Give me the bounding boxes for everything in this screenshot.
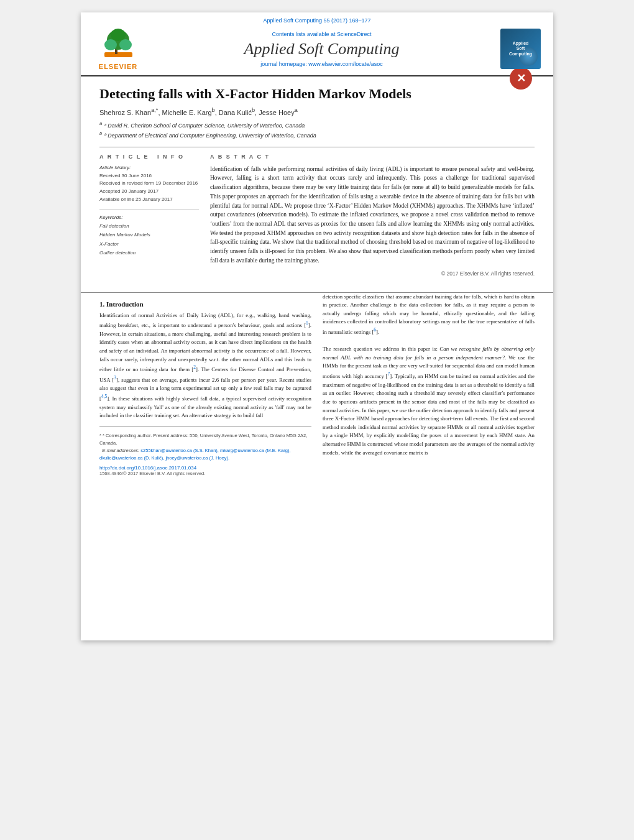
ref-7: 7 xyxy=(387,371,390,377)
body-content: 1. Introduction Identification of normal… xyxy=(81,292,553,486)
crossmark: ✕ xyxy=(510,67,535,90)
abstract-section: A B S T R A C T Identification of falls … xyxy=(210,154,535,277)
doi-line: http://dx.doi.org/10.1016/j.asoc.2017.01… xyxy=(99,465,311,471)
ref-3: 3 xyxy=(114,375,116,381)
ref-2: 2 xyxy=(193,364,196,370)
revised-date: Received in revised form 19 December 201… xyxy=(99,180,199,188)
available-date: Available online 25 January 2017 xyxy=(99,196,199,204)
affil-a: a ᵃ David R. Cheriton School of Computer… xyxy=(99,122,305,129)
email-label: E-mail addresses: xyxy=(102,448,139,453)
article-content: ✕ Detecting falls with X-Factor Hidden M… xyxy=(81,76,553,286)
elsevier-logo: ELSEVIER xyxy=(93,27,143,70)
svg-rect-0 xyxy=(104,52,132,57)
article-history: Article history: Received 30 June 2016 R… xyxy=(99,165,199,210)
ref-6: 6 xyxy=(374,327,376,333)
body-two-col: 1. Introduction Identification of normal… xyxy=(99,293,535,476)
journal-citation: Applied Soft Computing 55 (2017) 168–177 xyxy=(93,17,541,24)
svg-point-3 xyxy=(104,39,117,50)
journal-logo-right: AppliedSoftComputing xyxy=(500,29,541,69)
email-footnote: E-mail addresses: s255khan@uwaterloo.ca … xyxy=(99,447,311,462)
crossmark-icon: ✕ xyxy=(510,67,532,90)
article-info: A R T I C L E I N F O Article history: R… xyxy=(99,154,199,277)
ref-4-5: 4,5 xyxy=(101,394,107,399)
intro-left-text: Identification of normal Activities of D… xyxy=(99,312,311,420)
intro-right-text: detection specific classifiers that assu… xyxy=(323,293,535,458)
footnote-section: * * Corresponding author. Present addres… xyxy=(99,427,311,476)
body-right-col: detection specific classifiers that assu… xyxy=(323,293,535,476)
journal-header: Applied Soft Computing 55 (2017) 168–177… xyxy=(81,12,553,76)
svg-point-5 xyxy=(111,29,126,41)
svg-point-4 xyxy=(119,39,132,50)
sup-a2: a xyxy=(295,107,298,113)
received-date: Received 30 June 2016 xyxy=(99,172,199,180)
article-authors: Shehroz S. Khana,*, Michelle E. Kargb, D… xyxy=(99,107,535,116)
article-title: Detecting falls with X-Factor Hidden Mar… xyxy=(99,86,535,102)
logo-text: AppliedSoftComputing xyxy=(509,41,532,57)
sup-b2: b xyxy=(252,107,255,113)
history-label: Article history: xyxy=(99,165,199,170)
page: Applied Soft Computing 55 (2017) 168–177… xyxy=(81,12,553,640)
issn-line: 1568-4946/© 2017 Elsevier B.V. All right… xyxy=(99,471,311,476)
abstract-text: Identification of falls while performing… xyxy=(210,165,535,265)
journal-banner: ELSEVIER Contents lists available at Sci… xyxy=(93,27,541,70)
affil-b: b ᵇ Department of Electrical and Compute… xyxy=(99,132,316,139)
affiliations: a ᵃ David R. Cheriton School of Computer… xyxy=(99,120,535,141)
copyright: © 2017 Elsevier B.V. All rights reserved… xyxy=(210,270,535,277)
journal-center: Contents lists available at ScienceDirec… xyxy=(143,31,500,67)
body-left-col: 1. Introduction Identification of normal… xyxy=(99,293,311,476)
elsevier-text: ELSEVIER xyxy=(99,63,137,70)
info-abstract-section: A R T I C L E I N F O Article history: R… xyxy=(99,147,535,277)
keywords-list: Fall detectionHidden Markov ModelsX-Fact… xyxy=(99,222,199,258)
article-info-label: A R T I C L E I N F O xyxy=(99,154,199,160)
journal-homepage: journal homepage: www.elsevier.com/locat… xyxy=(149,61,494,67)
corresponding-footnote: * * Corresponding author. Present addres… xyxy=(99,432,311,447)
accepted-date: Accepted 20 January 2017 xyxy=(99,188,199,196)
sup-b1: b xyxy=(212,107,215,113)
elsevier-tree-icon xyxy=(101,27,136,62)
intro-heading: 1. Introduction xyxy=(99,300,311,308)
ref-1: 1 xyxy=(306,320,308,326)
sup-a: a,* xyxy=(151,107,158,113)
contents-available: Contents lists available at ScienceDirec… xyxy=(149,31,494,37)
keywords-section: Keywords: Fall detectionHidden Markov Mo… xyxy=(99,215,199,263)
journal-title: Applied Soft Computing xyxy=(149,40,494,58)
keywords-label: Keywords: xyxy=(99,215,199,220)
abstract-label: A B S T R A C T xyxy=(210,154,535,160)
